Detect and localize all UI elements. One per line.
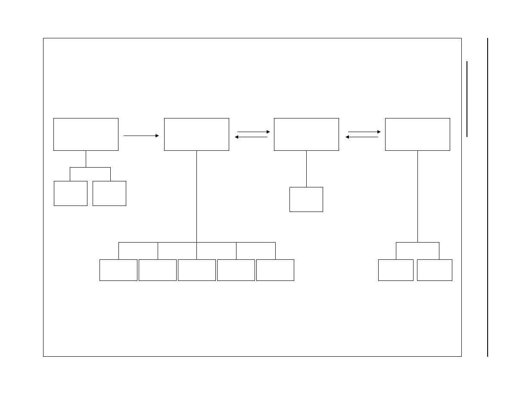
box-a-child-2 bbox=[93, 181, 126, 206]
conn-d2-down bbox=[439, 242, 439, 259]
svg-marker-1 bbox=[156, 134, 159, 137]
conn-a-down bbox=[86, 151, 86, 167]
conn-d-down bbox=[417, 151, 418, 242]
box-b-child-4 bbox=[217, 259, 255, 281]
conn-a2-down bbox=[110, 167, 111, 181]
box-b-child-2 bbox=[139, 259, 177, 281]
vertical-divider-long bbox=[487, 38, 488, 357]
arrow-c-to-d bbox=[345, 128, 380, 141]
vertical-divider-short bbox=[467, 61, 467, 137]
conn-b4-down bbox=[236, 242, 236, 259]
conn-a-h bbox=[70, 167, 110, 168]
box-d bbox=[385, 118, 450, 151]
box-d-child-1 bbox=[378, 259, 414, 281]
conn-b-down bbox=[196, 151, 197, 242]
box-a bbox=[53, 118, 118, 151]
box-b bbox=[164, 118, 229, 151]
conn-b5-down bbox=[275, 242, 276, 259]
arrow-b-to-c bbox=[235, 128, 269, 141]
conn-b3-down bbox=[196, 242, 197, 259]
conn-d1-down bbox=[396, 242, 396, 259]
box-d-child-2 bbox=[417, 259, 452, 281]
conn-b-h bbox=[118, 242, 275, 243]
arrow-a-to-b bbox=[124, 134, 159, 138]
svg-marker-9 bbox=[345, 135, 349, 139]
box-a-child-1 bbox=[54, 181, 87, 206]
conn-b1-down bbox=[118, 242, 119, 259]
conn-d-h bbox=[396, 242, 439, 243]
box-c bbox=[274, 118, 339, 151]
box-c-child-1 bbox=[289, 187, 323, 212]
conn-c-down bbox=[306, 151, 307, 187]
conn-a1-down bbox=[70, 167, 70, 181]
box-b-child-1 bbox=[100, 259, 137, 281]
box-b-child-5 bbox=[256, 259, 294, 281]
conn-b2-down bbox=[158, 242, 158, 259]
svg-marker-5 bbox=[235, 135, 238, 139]
box-b-child-3 bbox=[178, 259, 216, 281]
